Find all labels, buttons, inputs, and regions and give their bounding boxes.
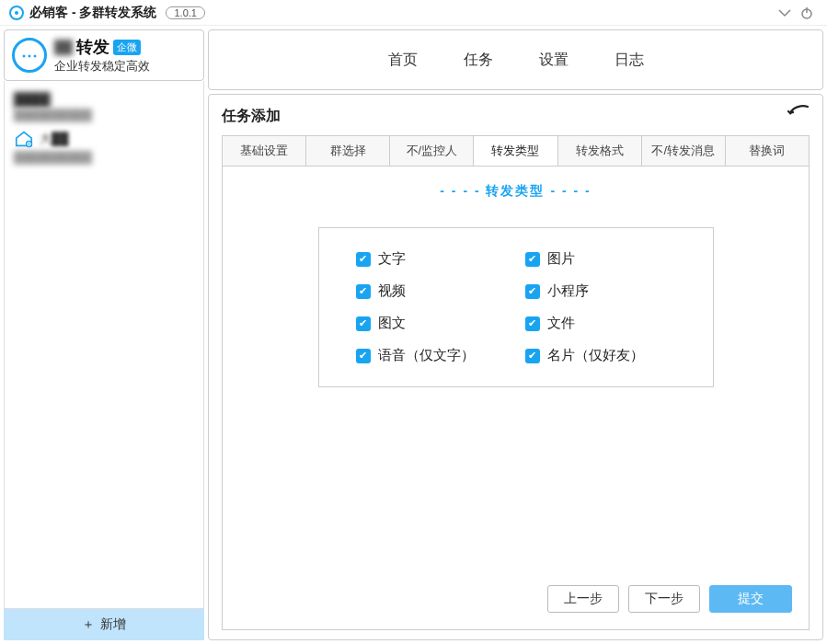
- check-miniapp[interactable]: ✔小程序: [525, 282, 676, 300]
- check-article[interactable]: ✔图文: [356, 315, 507, 332]
- app-logo-icon: [9, 6, 24, 20]
- subtabs: 基础设置 群选择 不/监控人 转发类型 转发格式 不/转发消息 替换词: [222, 135, 810, 167]
- subtab-replace[interactable]: 替换词: [726, 136, 809, 166]
- enterprise-icon: [14, 129, 34, 149]
- prev-button[interactable]: 上一步: [547, 585, 619, 613]
- check-video[interactable]: ✔视频: [356, 282, 507, 300]
- submit-button[interactable]: 提交: [709, 585, 792, 613]
- top-nav: 首页 任务 设置 日志: [208, 29, 823, 90]
- checkbox-icon: ✔: [525, 316, 540, 331]
- brand-blur-text: ██: [54, 40, 73, 54]
- subtab-basic[interactable]: 基础设置: [223, 136, 306, 166]
- subtab-no-forward[interactable]: 不/转发消息: [642, 136, 726, 166]
- checkbox-icon: ✔: [356, 349, 371, 363]
- titlebar: 必销客 - 多群转发系统 1.0.1: [0, 0, 827, 26]
- svg-point-3: [29, 144, 30, 145]
- account-item[interactable]: ████ ██████████ 大██ ██████████: [5, 86, 203, 169]
- account-sub-line: ██████████: [14, 151, 194, 164]
- panel-title: - - - - 转发类型 - - - -: [239, 183, 792, 200]
- content-panel: 任务添加 基础设置 群选择 不/监控人 转发类型 转发格式 不/转发消息 替换词…: [208, 94, 823, 640]
- check-file[interactable]: ✔文件: [525, 315, 676, 332]
- brand-logo-icon: ⋯: [12, 38, 47, 73]
- account-list: ████ ██████████ 大██ ██████████: [4, 81, 204, 609]
- nav-settings[interactable]: 设置: [539, 51, 569, 70]
- footer-buttons: 上一步 下一步 提交: [239, 574, 792, 613]
- brand-main-text: 转发: [76, 36, 109, 58]
- next-button[interactable]: 下一步: [628, 585, 700, 613]
- content-title: 任务添加: [222, 107, 281, 126]
- forward-type-panel: - - - - 转发类型 - - - - ✔文字 ✔图片 ✔视频 ✔小程序 ✔图…: [222, 167, 810, 630]
- account-line: ██████████: [14, 109, 194, 121]
- app-title: 必销客 - 多群转发系统: [29, 5, 156, 21]
- nav-tasks[interactable]: 任务: [464, 51, 493, 70]
- checkbox-icon: ✔: [356, 284, 371, 299]
- brand-badge: 企微: [113, 40, 141, 55]
- checkbox-icon: ✔: [525, 284, 540, 299]
- account-sub-name: 大██: [40, 131, 68, 147]
- minimize-icon[interactable]: [774, 2, 796, 24]
- check-card[interactable]: ✔名片（仅好友）: [525, 347, 676, 364]
- power-icon[interactable]: [796, 2, 818, 24]
- subtab-forward-format[interactable]: 转发格式: [558, 136, 642, 166]
- brand-sub-text: 企业转发稳定高效: [54, 58, 150, 75]
- brand-card: ⋯ ██ 转发 企微 企业转发稳定高效: [4, 29, 204, 81]
- nav-logs[interactable]: 日志: [615, 51, 644, 70]
- subtab-groups[interactable]: 群选择: [306, 136, 390, 166]
- sidebar: ⋯ ██ 转发 企微 企业转发稳定高效 ████ ██████████ 大██: [4, 29, 204, 640]
- nav-home[interactable]: 首页: [388, 51, 418, 70]
- plus-icon: ＋: [82, 616, 95, 633]
- subtab-monitor[interactable]: 不/监控人: [390, 136, 474, 166]
- account-name: ████: [14, 92, 194, 107]
- check-voice[interactable]: ✔语音（仅文字）: [356, 347, 507, 364]
- app-version: 1.0.1: [166, 6, 204, 19]
- checkbox-icon: ✔: [356, 252, 371, 267]
- checkbox-icon: ✔: [525, 349, 540, 363]
- checkbox-icon: ✔: [356, 316, 371, 331]
- add-button-label: 新增: [100, 616, 126, 633]
- check-text[interactable]: ✔文字: [356, 250, 507, 268]
- add-button[interactable]: ＋ 新增: [4, 609, 204, 640]
- subtab-forward-type[interactable]: 转发类型: [474, 136, 557, 166]
- checkbox-icon: ✔: [525, 252, 540, 267]
- check-image[interactable]: ✔图片: [525, 250, 676, 268]
- back-icon[interactable]: [787, 104, 810, 128]
- check-area: ✔文字 ✔图片 ✔视频 ✔小程序 ✔图文 ✔文件 ✔语音（仅文字） ✔名片（仅好…: [318, 227, 714, 387]
